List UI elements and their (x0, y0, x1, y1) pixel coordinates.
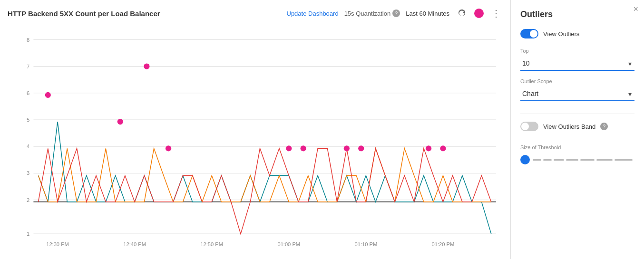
svg-point-25 (144, 63, 149, 69)
top-select-wrapper: 10 5 15 20 (520, 57, 634, 71)
svg-point-24 (117, 119, 123, 125)
svg-point-27 (286, 145, 292, 151)
svg-text:1: 1 (27, 231, 29, 237)
more-options-button[interactable]: ⋮ (489, 7, 503, 20)
svg-point-23 (45, 92, 51, 98)
svg-point-26 (166, 145, 171, 151)
svg-text:01:00 PM: 01:00 PM (277, 241, 300, 247)
dash-6 (596, 159, 613, 161)
chart-title: HTTP Backend 5XX Count per Load Balancer (8, 10, 281, 18)
top-select[interactable]: 10 5 15 20 (520, 57, 634, 71)
svg-text:12:40 PM: 12:40 PM (123, 241, 146, 247)
slider-dashes (533, 159, 634, 161)
svg-point-29 (344, 145, 350, 151)
svg-text:01:10 PM: 01:10 PM (355, 241, 378, 247)
svg-point-32 (440, 145, 446, 151)
svg-text:01:20 PM: 01:20 PM (432, 241, 455, 247)
dash-5 (580, 159, 595, 161)
dash-4 (566, 159, 578, 161)
dash-2 (543, 159, 552, 161)
svg-text:12:50 PM: 12:50 PM (200, 241, 223, 247)
outlier-scope-select-wrapper: Chart Series (520, 87, 634, 101)
view-outliers-band-label: View Outliers Band (543, 123, 595, 130)
view-outliers-band-row: View Outliers Band ? (520, 122, 634, 131)
quantization-help-icon[interactable]: ? (392, 10, 400, 17)
outlier-scope-field: Outlier Scope Chart Series (520, 78, 634, 101)
threshold-row: Size of Threshold (520, 144, 634, 164)
svg-text:8: 8 (27, 37, 29, 42)
update-dashboard-link[interactable]: Update Dashboard (287, 10, 339, 17)
svg-text:6: 6 (27, 90, 29, 96)
refresh-button[interactable] (455, 7, 468, 20)
close-button[interactable]: × (633, 5, 638, 13)
svg-text:3: 3 (27, 170, 29, 176)
svg-text:5: 5 (27, 117, 29, 123)
view-outliers-label: View Outliers (543, 30, 579, 38)
threshold-label: Size of Threshold (520, 144, 634, 150)
svg-text:12:30 PM: 12:30 PM (46, 241, 69, 247)
chart-container: HTTP Backend 5XX Count per Load Balancer… (0, 0, 511, 259)
sidebar-title: Outliers (520, 10, 634, 19)
chart-body: 8 7 6 5 4 3 2 1 12:30 PM 12:40 PM 12:50 … (0, 25, 510, 259)
svg-point-28 (301, 145, 306, 151)
dash-7 (615, 159, 633, 161)
svg-text:7: 7 (27, 64, 29, 69)
slider-handle[interactable] (520, 155, 530, 164)
dash-3 (554, 159, 564, 161)
outlier-scope-select[interactable]: Chart Series (520, 87, 634, 101)
svg-point-30 (358, 145, 364, 151)
time-range-label: Last 60 Minutes (406, 10, 449, 17)
top-label: Top (520, 48, 634, 54)
view-outliers-band-toggle[interactable] (520, 122, 538, 131)
view-outliers-toggle[interactable] (520, 29, 538, 38)
view-outliers-row: View Outliers (520, 29, 634, 38)
chart-header: HTTP Backend 5XX Count per Load Balancer… (0, 0, 510, 25)
band-help-icon[interactable]: ? (600, 123, 608, 130)
live-indicator-button[interactable] (474, 9, 484, 18)
divider (520, 114, 634, 114)
threshold-slider[interactable] (520, 155, 634, 164)
top-field: Top 10 5 15 20 (520, 48, 634, 71)
quantization-label: 15s Quantization ? (344, 10, 400, 17)
dash-1 (533, 159, 541, 161)
outliers-sidebar: × Outliers View Outliers Top 10 5 15 20 … (511, 0, 644, 259)
svg-point-31 (426, 145, 431, 151)
chart-svg: 8 7 6 5 4 3 2 1 12:30 PM 12:40 PM 12:50 … (19, 30, 501, 253)
svg-text:2: 2 (27, 197, 29, 203)
outlier-scope-label: Outlier Scope (520, 78, 634, 84)
svg-text:4: 4 (27, 144, 29, 149)
